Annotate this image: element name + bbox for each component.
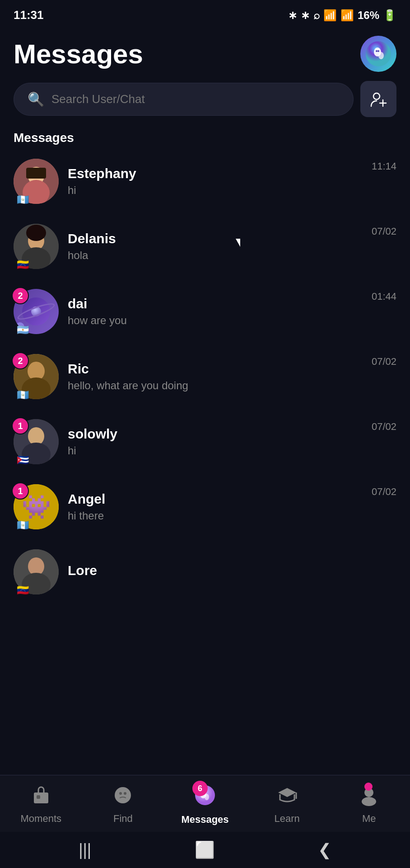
- nav-icon-wrap: [112, 784, 134, 810]
- chat-name: solowly: [68, 426, 363, 442]
- chat-name: Estephany: [68, 166, 363, 181]
- svg-point-14: [26, 225, 46, 241]
- chat-time: 07/02: [372, 484, 396, 498]
- unread-badge: 2: [12, 287, 29, 304]
- bluetooth-icon: ∗: [288, 9, 297, 22]
- nav-label-me: Me: [362, 813, 376, 825]
- chat-time: 07/02: [372, 354, 396, 368]
- add-user-button[interactable]: [360, 81, 396, 117]
- unread-badge: 1: [12, 482, 29, 500]
- chat-info: Lore: [68, 563, 396, 581]
- chat-time: 11:14: [372, 159, 396, 172]
- nav-item-messages[interactable]: 6 Messages: [178, 783, 232, 826]
- nav-label-learn: Learn: [274, 813, 299, 825]
- signal-icon: 📶: [340, 9, 354, 22]
- chat-item-angel[interactable]: 👾 1 🇬🇹 Angel hi there 07/02: [0, 474, 410, 539]
- bottom-nav: Moments Find 6 Messages Learn Me: [0, 775, 410, 832]
- location-icon: ⌕: [313, 9, 320, 22]
- chat-preview: hello, what are you doing: [68, 379, 363, 392]
- chat-info: Delanis hola: [68, 231, 363, 262]
- chat-item-delanis[interactable]: 🇻🇪 Delanis hola 07/02: [0, 214, 410, 279]
- status-bar: 11:31 ∗ ∗ ⌕ 📶 📶 16% 🔋: [0, 0, 410, 27]
- unread-badge: 2: [12, 352, 29, 369]
- chat-list: 🇬🇹 Estephany hi 11:14 🇻🇪 Delanis hola 07…: [0, 149, 410, 604]
- search-icon: 🔍: [28, 91, 44, 107]
- gesture-bar: ||| ⬜ ❮: [0, 832, 410, 868]
- nav-icon-moments: [30, 790, 52, 810]
- flag-badge: 🇻🇪: [14, 259, 31, 271]
- nav-item-learn[interactable]: Learn: [260, 784, 314, 825]
- chat-time: 07/02: [372, 224, 396, 237]
- chat-name: Ric: [68, 361, 363, 377]
- chat-name: Delanis: [68, 231, 363, 246]
- chat-info: solowly hi: [68, 426, 363, 457]
- nav-label-find: Find: [113, 813, 133, 825]
- status-time: 11:31: [14, 8, 44, 22]
- chat-name: dai: [68, 296, 363, 311]
- svg-point-3: [376, 50, 377, 52]
- nav-icon-find: [112, 790, 134, 810]
- svg-point-29: [124, 792, 126, 795]
- avatar-wrap: 🇻🇪: [14, 549, 59, 594]
- search-row: 🔍: [0, 76, 410, 126]
- avatar-wrap: 👾 1 🇬🇹: [14, 484, 59, 529]
- battery-icon: 🔋: [383, 9, 396, 22]
- bluetooth-icon-2: ∗: [301, 9, 310, 22]
- flag-badge: 🇬🇹: [14, 194, 31, 206]
- svg-rect-10: [26, 168, 46, 179]
- unread-badge: 1: [12, 417, 29, 434]
- nav-icon-me: [358, 790, 380, 810]
- menu-gesture-button[interactable]: |||: [79, 840, 91, 859]
- svg-point-35: [362, 797, 376, 806]
- status-icons: ∗ ∗ ⌕ 📶 📶 16% 🔋: [288, 9, 396, 22]
- chat-preview: hi there: [68, 509, 363, 522]
- home-gesture-button[interactable]: ⬜: [195, 840, 215, 859]
- app-logo[interactable]: [360, 36, 396, 72]
- chat-preview: hola: [68, 249, 363, 262]
- chat-info: Estephany hi: [68, 166, 363, 197]
- wifi-icon: 📶: [323, 9, 337, 22]
- nav-icon-wrap: [358, 784, 380, 810]
- avatar-wrap: 🇻🇪: [14, 224, 59, 269]
- nav-icon-wrap: 6: [193, 783, 217, 811]
- nav-icon-wrap: [30, 784, 52, 810]
- svg-point-4: [377, 50, 379, 52]
- flag-badge: 🇦🇷: [14, 324, 31, 336]
- flag-badge: 🇨🇺: [14, 454, 31, 466]
- avatar-wrap: 2 🇬🇹: [14, 354, 59, 399]
- chat-item-solowly[interactable]: 1 🇨🇺 solowly hi 07/02: [0, 409, 410, 474]
- chat-name: Lore: [68, 563, 396, 578]
- flag-badge: 🇬🇹: [14, 389, 31, 401]
- svg-point-32: [205, 794, 209, 800]
- chat-time: 07/02: [372, 419, 396, 433]
- flag-badge: 🇬🇹: [14, 519, 31, 531]
- chat-name: Angel: [68, 491, 363, 507]
- chat-item-estephany[interactable]: 🇬🇹 Estephany hi 11:14: [0, 149, 410, 214]
- nav-item-moments[interactable]: Moments: [14, 784, 68, 825]
- chat-preview: hi: [68, 184, 363, 197]
- chat-time: 01:44: [372, 289, 396, 302]
- svg-rect-26: [37, 795, 40, 799]
- nav-badge: 6: [192, 781, 208, 796]
- flag-badge: 🇻🇪: [14, 585, 31, 596]
- nav-item-find[interactable]: Find: [96, 784, 150, 825]
- chat-info: dai how are you: [68, 296, 363, 327]
- nav-label-moments: Moments: [21, 813, 61, 825]
- chat-item-lore[interactable]: 🇻🇪 Lore: [0, 539, 410, 604]
- svg-point-28: [119, 792, 122, 795]
- chat-item-ric[interactable]: 2 🇬🇹 Ric hello, what are you doing 07/02: [0, 344, 410, 409]
- chat-info: Ric hello, what are you doing: [68, 361, 363, 392]
- search-bar[interactable]: 🔍: [14, 83, 354, 116]
- back-gesture-button[interactable]: ❮: [318, 840, 331, 859]
- chat-item-dai[interactable]: 2 🇦🇷 dai how are you 01:44: [0, 279, 410, 344]
- search-input[interactable]: [51, 92, 340, 106]
- page-title: Messages: [14, 38, 143, 70]
- section-label: Messages: [0, 126, 410, 149]
- chat-info: Angel hi there: [68, 491, 363, 522]
- svg-point-27: [115, 787, 131, 803]
- svg-point-2: [378, 52, 384, 59]
- nav-item-me[interactable]: Me: [342, 784, 396, 825]
- chat-preview: how are you: [68, 314, 363, 327]
- avatar-wrap: 🇬🇹: [14, 159, 59, 204]
- avatar-wrap: 1 🇨🇺: [14, 419, 59, 464]
